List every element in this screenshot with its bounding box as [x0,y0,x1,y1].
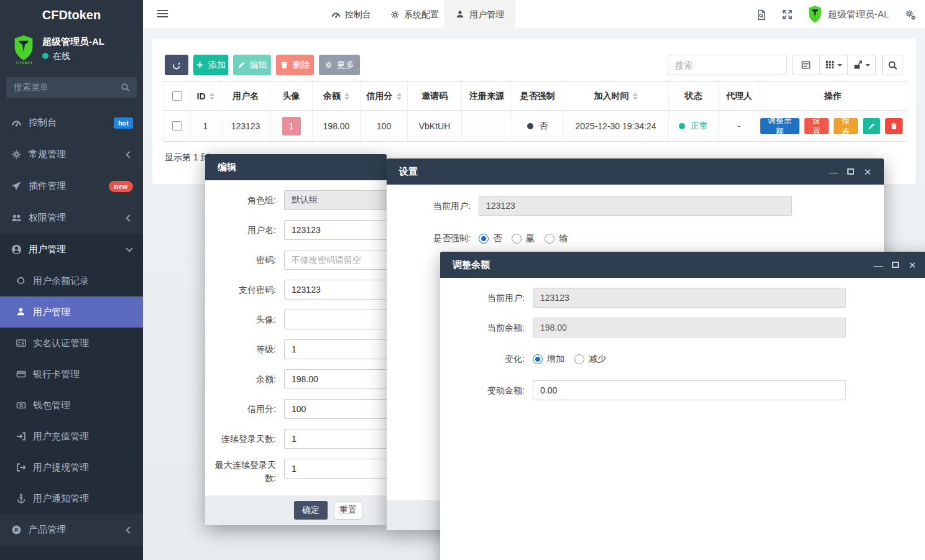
ok-button[interactable]: 确定 [294,501,328,520]
row-edit-button[interactable] [863,118,880,134]
detail-view-button[interactable] [792,55,820,75]
sidebar-subitem-label: 银行卡管理 [33,369,80,380]
fullscreen-icon[interactable] [782,9,793,21]
login-days-input[interactable] [284,429,387,449]
cell-join-time: 2025-12-30 19:34:24 [576,121,656,131]
credit-input[interactable] [284,399,387,419]
avatar-input[interactable] [284,310,387,329]
current-user-input[interactable] [479,196,792,216]
column-header-join-time[interactable]: 加入时间 [594,91,629,102]
chevron-left-icon [126,214,132,221]
logo-caption: TITANFX [14,61,35,65]
sidebar-subitem-deposits[interactable]: 用户充值管理 [0,421,143,452]
search-button[interactable] [882,55,903,75]
tab-label: 用户管理 [469,9,504,21]
select-all-checkbox[interactable] [172,91,182,101]
export-icon [854,60,863,70]
settings-gears-icon[interactable] [905,9,916,21]
table-search-input[interactable] [668,55,787,75]
sidebar-item-console[interactable]: 控制台 hot [0,107,143,139]
row-delete-button[interactable] [885,118,903,134]
edit-modal-header[interactable]: 编辑 [205,154,387,180]
sidebar-section-users: 用户管理 用户余额记录 用户管理 实名认证管理 银行卡管理 [0,234,143,514]
field-label-amount: 变动金额: [456,384,533,397]
export-button[interactable] [848,55,876,75]
add-button[interactable]: 添加 [193,55,228,75]
rolegroup-input[interactable] [284,190,387,210]
sidebar-subitem-wallets[interactable]: 钱包管理 [0,390,143,421]
sidebar-subitem-bank-cards[interactable]: 银行卡管理 [0,359,143,390]
admin-name: 超级管理员-AL [42,36,104,48]
minimize-icon[interactable]: — [873,260,883,270]
sidebar-subitem-kyc[interactable]: 实名认证管理 [0,328,143,359]
radio-force-lose[interactable]: 输 [545,233,568,244]
radio-decrease[interactable]: 减少 [574,354,606,365]
sidebar-item-plugins[interactable]: 插件管理 new [0,170,143,202]
close-icon[interactable]: ✕ [863,167,872,177]
settings-modal-header[interactable]: 设置 — ✕ [387,158,884,185]
maximize-icon[interactable] [847,168,854,175]
sort-icon[interactable] [633,93,638,100]
radio-increase[interactable]: 增加 [533,354,564,365]
columns-button[interactable] [820,55,848,75]
reset-button[interactable]: 重置 [334,501,362,520]
hamburger-icon[interactable] [157,10,168,19]
adjust-modal-header[interactable]: 调整余额 — ✕ [440,252,925,278]
level-input[interactable] [284,339,387,359]
sort-icon[interactable] [397,93,402,100]
current-balance-input[interactable] [533,318,846,337]
username-input[interactable] [284,220,387,240]
amount-input[interactable] [533,380,846,400]
refresh-button[interactable] [165,55,188,75]
edit-modal: 编辑 角色组: 用户名: 密码: 支付密码: 头像: 等级: 余额: 信用分: … [205,154,387,525]
sidebar-subitem-withdrawals[interactable]: 用户提现管理 [0,452,143,483]
row-settings-button[interactable]: 设置 [804,118,829,134]
gears-icon [11,149,22,160]
sidebar-search-input[interactable] [6,77,112,97]
delete-button[interactable]: 删除 [276,55,314,75]
more-button[interactable]: 更多 [319,55,360,75]
column-header-invite-code: 邀请码 [421,91,448,102]
max-login-days-input[interactable] [284,459,387,479]
row-checkbox[interactable] [172,121,182,131]
sidebar-item-permissions[interactable]: 权限管理 [0,202,143,234]
adjust-balance-button[interactable]: 调整余额 [760,118,799,134]
balance-input[interactable] [284,369,387,389]
id-card-icon [16,338,26,348]
field-label-pay-password: 支付密码: [214,283,284,296]
password-input[interactable] [284,250,387,270]
radio-force-win[interactable]: 赢 [512,233,535,244]
admin-avatar[interactable] [808,5,823,25]
report-label: 报表 [839,115,853,137]
column-header-id[interactable]: ID [197,91,206,101]
tab-system-config[interactable]: 系统配置 [379,0,450,29]
sidebar-subitem-balance-records[interactable]: 用户余额记录 [0,265,143,296]
sort-icon[interactable] [209,93,214,100]
field-label-current-user: 当前用户: [456,291,533,305]
tab-console[interactable]: 控制台 [320,0,382,29]
report-button[interactable]: 报表 [834,118,858,134]
column-header-balance[interactable]: 余额 [323,91,341,102]
gear-icon [390,10,400,19]
close-icon[interactable]: ✕ [908,260,916,270]
topbar-admin-name[interactable]: 超级管理员-AL [828,9,889,21]
minimize-icon[interactable]: — [829,167,838,177]
column-header-credit[interactable]: 信用分 [367,91,393,102]
table-header-row: ID 用户名 头像 余额 信用分 邀请码 注册来源 是否强制 加入时间 状态 代… [163,82,906,111]
sidebar-item-label: 权限管理 [29,212,66,224]
sidebar-item-user-management[interactable]: 用户管理 [0,234,143,265]
sidebar-item-general[interactable]: 常规管理 [0,139,143,170]
maximize-icon[interactable] [892,262,899,268]
radio-force-no[interactable]: 否 [479,233,502,244]
sidebar-subitem-user-management[interactable]: 用户管理 [0,296,143,328]
chevron-left-icon [126,151,132,158]
current-user-input[interactable] [533,288,846,308]
avatar[interactable]: 1 [282,117,301,135]
clear-cache-icon[interactable] [756,9,767,21]
sidebar-subitem-notifications[interactable]: 用户通知管理 [0,483,143,514]
pay-password-input[interactable] [284,280,387,300]
sort-icon[interactable] [344,93,349,100]
edit-button[interactable]: 编辑 [233,55,271,75]
tab-user-management[interactable]: 用户管理 [444,0,515,29]
sidebar-item-products[interactable]: P 产品管理 [0,514,143,546]
